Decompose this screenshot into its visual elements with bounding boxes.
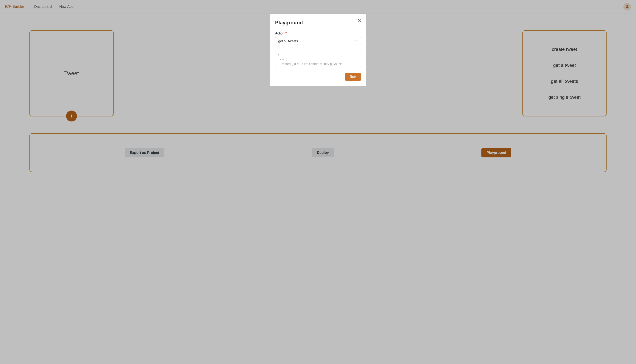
modal-overlay[interactable]: Playground Action * get all tweets Run [0,0,636,364]
action-select[interactable]: get all tweets [275,37,361,45]
params-textarea[interactable] [275,50,361,67]
close-icon [358,19,361,22]
playground-modal: Playground Action * get all tweets Run [270,14,366,86]
modal-footer: Run [275,73,361,81]
action-select-wrapper: get all tweets [275,37,361,45]
run-button[interactable]: Run [345,73,361,81]
required-indicator: * [285,32,287,35]
close-button[interactable] [358,18,362,23]
modal-title: Playground [275,20,361,26]
action-label: Action * [275,32,361,35]
